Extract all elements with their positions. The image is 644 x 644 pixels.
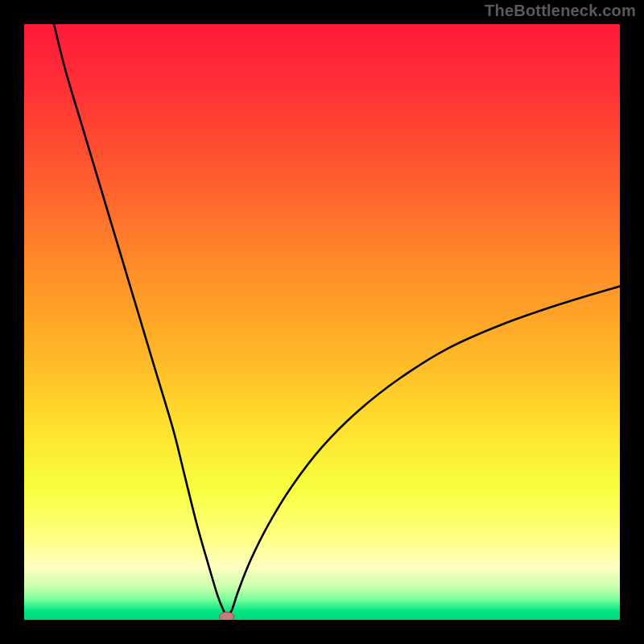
optimal-point-marker [220,612,234,620]
chart-plot-area [24,24,620,620]
chart-frame: TheBottleneck.com [0,0,644,644]
watermark-text: TheBottleneck.com [485,2,636,20]
chart-svg [24,24,620,620]
chart-background [24,24,620,620]
